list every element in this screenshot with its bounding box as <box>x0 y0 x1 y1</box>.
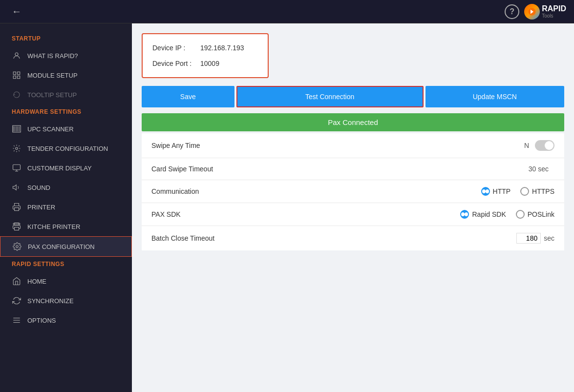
sidebar-item-upc-scanner[interactable]: UPC SCANNER <box>0 119 132 139</box>
http-radio[interactable] <box>481 187 490 196</box>
device-info-box: Device IP : 192.168.7.193 Device Port : … <box>142 33 269 78</box>
logo-text: RAPID Tools <box>542 4 566 19</box>
poslink-radio[interactable] <box>516 210 525 219</box>
https-option[interactable]: HTTPS <box>520 187 554 196</box>
grid-icon <box>12 70 21 80</box>
batch-close-timeout-label: Batch Close Timeout <box>151 234 516 242</box>
rapid-sdk-option[interactable]: Rapid SDK <box>460 210 506 219</box>
batch-close-timeout-value: sec <box>516 233 554 244</box>
sidebar-item-module-setup[interactable]: MODULE SETUP <box>0 65 132 85</box>
settings-icon <box>12 144 21 153</box>
user-circle-icon <box>12 51 21 61</box>
sidebar-item-customer-display[interactable]: CUSTOMER DISPLAY <box>0 158 132 178</box>
sidebar-item-label: MODULE SETUP <box>27 72 78 79</box>
settings-container: Swipe Any Time N Card Swipe Timeout 30 s… <box>142 133 564 250</box>
rapid-sdk-label: Rapid SDK <box>472 210 506 218</box>
printer-icon <box>12 202 21 212</box>
content-area: Device IP : 192.168.7.193 Device Port : … <box>132 23 574 392</box>
poslink-label: POSLink <box>528 210 554 218</box>
monitor-icon <box>12 163 21 173</box>
top-bar-right: ? RAPID Tools <box>505 4 566 20</box>
communication-radio-group: HTTP HTTPS <box>481 187 554 196</box>
sidebar-item-label: TENDER CONFIGURATION <box>27 145 108 152</box>
printer2-icon <box>12 222 21 231</box>
top-bar: ← ? RAPID Tools <box>0 0 574 23</box>
svg-rect-4 <box>13 76 16 79</box>
svg-rect-12 <box>15 227 19 230</box>
sidebar-item-label: PRINTER <box>27 204 55 211</box>
sidebar-item-label: SOUND <box>27 184 50 191</box>
refresh-icon <box>12 90 21 100</box>
update-mscn-button[interactable]: Update MSCN <box>425 86 564 107</box>
http-label: HTTP <box>493 187 511 195</box>
communication-row: Communication HTTP HTTPS <box>142 180 564 203</box>
sidebar-item-printer[interactable]: PRINTER <box>0 197 132 217</box>
svg-rect-5 <box>18 76 20 79</box>
sidebar-item-home[interactable]: HOME <box>0 271 132 291</box>
top-bar-left: ← <box>8 4 25 19</box>
card-swipe-timeout-label: Card Swipe Timeout <box>151 165 529 173</box>
card-swipe-timeout-value: 30 sec <box>529 165 549 173</box>
sidebar-item-pax-configuration[interactable]: PAX CONFIGURATION <box>0 236 132 257</box>
sidebar-item-sound[interactable]: SOUND <box>0 178 132 197</box>
http-option[interactable]: HTTP <box>481 187 511 196</box>
sidebar-item-label: KITCHE PRINTER <box>27 223 80 230</box>
batch-close-timeout-input[interactable] <box>516 233 541 244</box>
svg-marker-9 <box>13 185 17 190</box>
pax-sdk-row: PAX SDK Rapid SDK POSLink <box>142 203 564 226</box>
sidebar-item-tender-configuration[interactable]: TENDER CONFIGURATION <box>0 139 132 158</box>
sync-icon <box>12 296 21 306</box>
pax-connected-status: Pax Connected <box>142 113 564 131</box>
volume-icon <box>12 183 21 192</box>
sidebar-item-label: WHAT IS RAPID? <box>27 52 78 60</box>
svg-rect-3 <box>18 72 20 74</box>
poslink-option[interactable]: POSLink <box>516 210 554 219</box>
sidebar-item-synchronize[interactable]: SYNCHRONIZE <box>0 291 132 310</box>
communication-label: Communication <box>151 187 481 195</box>
device-ip-row: Device IP : 192.168.7.193 <box>152 42 258 54</box>
sidebar-section-hardware: HARDWARE SETTINGS <box>0 104 132 119</box>
settings2-icon <box>12 242 22 251</box>
main-layout: STARTUP WHAT IS RAPID? MODULE SETUP TOOL… <box>0 23 574 392</box>
swipe-any-time-value: N <box>524 142 529 149</box>
rapid-sdk-radio[interactable] <box>460 210 469 219</box>
sidebar-item-kitchen-printer[interactable]: KITCHE PRINTER <box>0 217 132 236</box>
pax-sdk-label: PAX SDK <box>151 210 460 218</box>
action-buttons: Save Test Connection Update MSCN <box>142 86 564 107</box>
rapid-logo: RAPID Tools <box>524 4 566 20</box>
sidebar-section-rapid: RAPID SETTINGS <box>0 257 132 271</box>
sidebar-item-label: SYNCHRONIZE <box>27 297 74 305</box>
sidebar-item-label: TOOLTIP SETUP <box>27 91 77 99</box>
sidebar-section-startup: STARTUP <box>0 31 132 46</box>
menu-icon <box>12 315 21 325</box>
https-radio[interactable] <box>520 187 529 196</box>
sidebar-item-label: CUSTOMER DISPLAY <box>27 165 92 172</box>
batch-close-unit: sec <box>544 234 554 242</box>
pax-sdk-radio-group: Rapid SDK POSLink <box>460 210 554 219</box>
sidebar-item-label: OPTIONS <box>27 317 56 324</box>
test-connection-button[interactable]: Test Connection <box>236 86 424 107</box>
help-icon[interactable]: ? <box>505 4 519 19</box>
device-port-row: Device Port : 10009 <box>152 58 258 69</box>
swipe-any-time-toggle[interactable] <box>535 140 554 151</box>
sidebar-item-tooltip-setup[interactable]: TOOLTIP SETUP <box>0 85 132 104</box>
barcode-icon <box>12 124 21 134</box>
svg-point-7 <box>16 147 18 150</box>
https-label: HTTPS <box>532 187 554 195</box>
device-ip-label: Device IP : <box>152 44 196 52</box>
sidebar-item-what-is-rapid[interactable]: WHAT IS RAPID? <box>0 46 132 65</box>
swipe-any-time-row: Swipe Any Time N <box>142 133 564 158</box>
save-button[interactable]: Save <box>142 86 234 107</box>
swipe-any-time-label: Swipe Any Time <box>151 142 524 149</box>
svg-rect-8 <box>13 165 21 170</box>
sidebar-item-label: PAX CONFIGURATION <box>28 243 95 250</box>
sidebar-item-options[interactable]: OPTIONS <box>0 310 132 330</box>
sidebar-item-label: HOME <box>27 278 46 285</box>
back-button[interactable]: ← <box>8 4 25 19</box>
svg-point-13 <box>16 246 19 248</box>
svg-rect-2 <box>13 72 16 74</box>
batch-close-timeout-row: Batch Close Timeout sec <box>142 226 564 250</box>
device-port-value: 10009 <box>200 60 219 67</box>
home-icon <box>12 276 21 286</box>
logo-circle <box>524 4 540 20</box>
